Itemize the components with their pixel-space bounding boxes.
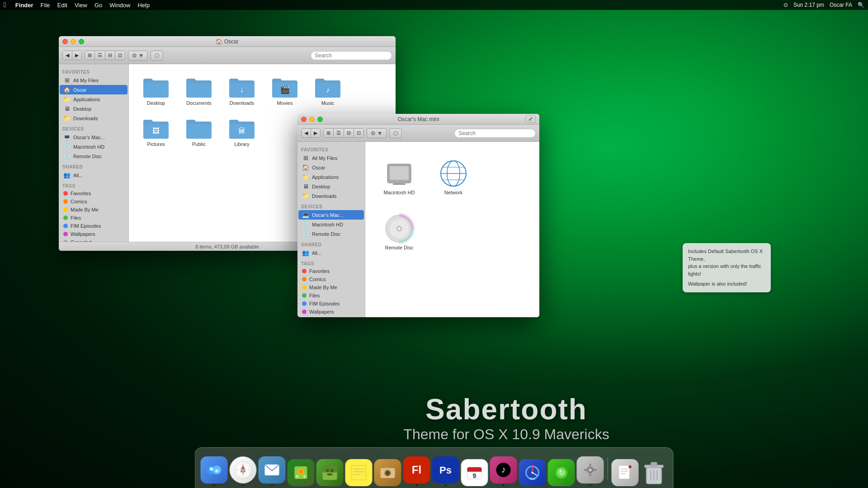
- sidebar-item-tag-favorites[interactable]: Favorites: [60, 189, 127, 197]
- sidebar2-item-remote-disc[interactable]: 💿 Remote Disc: [298, 229, 364, 239]
- dock-item-finder[interactable]: [201, 456, 228, 486]
- dock-item-mail[interactable]: [259, 456, 286, 486]
- sidebar-item-all-my-files[interactable]: ⊞ All My Files: [60, 75, 127, 85]
- maximize-button[interactable]: [79, 39, 84, 44]
- menu-finder[interactable]: Finder: [15, 2, 33, 9]
- sidebar-item-oscar[interactable]: 🏠 Oscar: [60, 85, 127, 94]
- macintosh-hd-drive-icon: [383, 157, 415, 190]
- menu-go[interactable]: Go: [94, 2, 102, 9]
- sidebar-item-tag-made-by-me[interactable]: Made By Me: [60, 206, 127, 214]
- fim-episodes-tag-dot: [63, 224, 68, 228]
- sidebar-item-desktop[interactable]: 🖥 Desktop: [60, 104, 127, 113]
- sidebar2-item-applications[interactable]: 📁 Applications: [298, 172, 364, 182]
- list-view-button-2[interactable]: ☰: [334, 129, 344, 137]
- dock-item-iphoto[interactable]: [288, 459, 315, 486]
- folder-documents[interactable]: Documents: [181, 73, 217, 108]
- sidebar-item-applications[interactable]: 📁 Applications: [60, 94, 127, 104]
- search-icon[interactable]: 🔍: [858, 2, 864, 8]
- dock-item-stickies[interactable]: [345, 459, 373, 486]
- sidebar-item-macintosh-hd[interactable]: 💿 Macintosh HD: [60, 142, 127, 151]
- dock-item-minecraft[interactable]: [316, 459, 344, 486]
- action-button[interactable]: ⚙ ▼: [128, 51, 148, 61]
- dock-item-image-capture[interactable]: [374, 459, 401, 486]
- close-button-2[interactable]: [301, 117, 307, 122]
- sidebar2-tag-made-by-me[interactable]: Made By Me: [298, 283, 364, 291]
- sidebar-item-remote-disc[interactable]: 💿 Remote Disc: [60, 151, 127, 161]
- dock-item-textedit[interactable]: [612, 459, 639, 486]
- forward-button-2[interactable]: ▶: [311, 129, 320, 137]
- back-button-2[interactable]: ◀: [302, 129, 311, 137]
- sidebar2-tag-favorites[interactable]: Favorites: [298, 267, 364, 275]
- folder-downloads[interactable]: ↓ Downloads: [224, 73, 260, 108]
- sidebar-item-oscars-mac[interactable]: 💻 Oscar's Mac...: [60, 132, 127, 142]
- sidebar-item-tag-wallpapers[interactable]: Wallpapers: [60, 230, 127, 238]
- sidebar-item-all-shared[interactable]: 👥 All...: [60, 170, 127, 180]
- sidebar2-item-oscars-mac[interactable]: 💻 Oscar's Mac...: [298, 210, 364, 220]
- sidebar2-tag-files[interactable]: Files: [298, 291, 364, 300]
- drive-remote-disc[interactable]: Remote Disc: [379, 211, 420, 252]
- diskdiag-dock-icon: 512: [519, 459, 546, 486]
- icon-view-button-2[interactable]: ⊞: [324, 129, 334, 137]
- folder-desktop[interactable]: Desktop: [138, 73, 174, 108]
- dock-item-itunes[interactable]: ♪: [490, 456, 517, 486]
- minimize-button[interactable]: [71, 39, 76, 44]
- sidebar2-tag-fim-episodes[interactable]: FIM Episodes: [298, 300, 364, 308]
- folder-music[interactable]: ♪ Music: [310, 73, 346, 108]
- sidebar2-item-macintosh-hd[interactable]: 💿 Macintosh HD: [298, 220, 364, 229]
- apple-menu[interactable]: : [4, 1, 6, 9]
- folder-movies[interactable]: 🎬 Movies: [267, 73, 303, 108]
- list-view-button[interactable]: ☰: [95, 51, 105, 60]
- forward-button[interactable]: ▶: [72, 51, 81, 60]
- menu-file[interactable]: File: [41, 2, 50, 9]
- sidebar-item-downloads[interactable]: 📁 Downloads: [60, 113, 127, 123]
- folder-pictures[interactable]: 🖼 Pictures: [138, 114, 174, 149]
- sidebar2-item-downloads[interactable]: 📁 Downloads: [298, 191, 364, 201]
- svg-text:♪: ♪: [501, 465, 506, 474]
- menu-view[interactable]: View: [75, 2, 87, 9]
- sidebar-item-tag-comics[interactable]: Comics: [60, 197, 127, 206]
- minimize-button-2[interactable]: [309, 117, 315, 122]
- folder-public[interactable]: Public: [181, 114, 217, 149]
- sidebar2-item-all-shared[interactable]: 👥 All...: [298, 248, 364, 258]
- menu-help[interactable]: Help: [137, 2, 150, 9]
- sidebar-item-tag-fim-episodes[interactable]: FIM Episodes: [60, 222, 127, 230]
- column-view-button[interactable]: ⊟: [105, 51, 115, 60]
- favorites-label: FAVORITES: [59, 66, 128, 75]
- svg-rect-64: [590, 474, 591, 476]
- maximize-button-2[interactable]: [317, 117, 323, 122]
- sidebar2-tag-wallpapers[interactable]: Wallpapers: [298, 308, 364, 316]
- dock-item-safari[interactable]: [230, 456, 257, 486]
- back-button[interactable]: ◀: [63, 51, 72, 60]
- folder-library[interactable]: 🏛 Library: [224, 114, 260, 149]
- close-button[interactable]: [62, 39, 68, 44]
- search-input-2[interactable]: [454, 129, 536, 138]
- sidebar-item-tag-files[interactable]: Files: [60, 214, 127, 222]
- sidebar2-item-oscar[interactable]: 🏠 Oscar: [298, 163, 364, 172]
- sidebar2-tag-canceled[interactable]: Canceled: [298, 316, 364, 317]
- zoom-button-2[interactable]: ⤢: [525, 115, 536, 123]
- dock-item-system-prefs[interactable]: [577, 456, 604, 486]
- time-display: Sun 2:17 pm: [793, 2, 824, 8]
- share-button[interactable]: ⬡: [151, 51, 163, 61]
- cover-flow-button-2[interactable]: ⊡: [354, 129, 363, 137]
- drive-macintosh-hd[interactable]: Macintosh HD: [379, 155, 420, 197]
- drive-network[interactable]: Network: [433, 155, 474, 197]
- sidebar2-item-desktop[interactable]: 🖥 Desktop: [298, 182, 364, 191]
- dock-item-diskdiag[interactable]: 512: [519, 459, 546, 486]
- dock-item-iphone-backup[interactable]: ↻: [548, 459, 575, 486]
- dock-item-photoshop[interactable]: Ps: [432, 456, 459, 486]
- menu-window[interactable]: Window: [109, 2, 130, 9]
- search-input[interactable]: [311, 51, 392, 60]
- sidebar2-item-all-my-files[interactable]: ⊞ All My Files: [298, 153, 364, 163]
- dock-item-flash[interactable]: Fl: [403, 456, 430, 486]
- cover-flow-button[interactable]: ⊡: [115, 51, 125, 60]
- share-button-2[interactable]: ⬡: [389, 128, 402, 138]
- toolbar-mac-mini: ◀ ▶ ⊞ ☰ ⊟ ⊡ ⚙ ▼ ⬡: [297, 125, 539, 142]
- sidebar2-tag-comics[interactable]: Comics: [298, 275, 364, 283]
- dock-item-calendar[interactable]: 9: [461, 459, 488, 486]
- dock-item-trash[interactable]: [641, 459, 668, 486]
- icon-view-button[interactable]: ⊞: [85, 51, 95, 60]
- action-button-2[interactable]: ⚙ ▼: [367, 128, 387, 138]
- menu-edit[interactable]: Edit: [57, 2, 67, 9]
- column-view-button-2[interactable]: ⊟: [344, 129, 354, 137]
